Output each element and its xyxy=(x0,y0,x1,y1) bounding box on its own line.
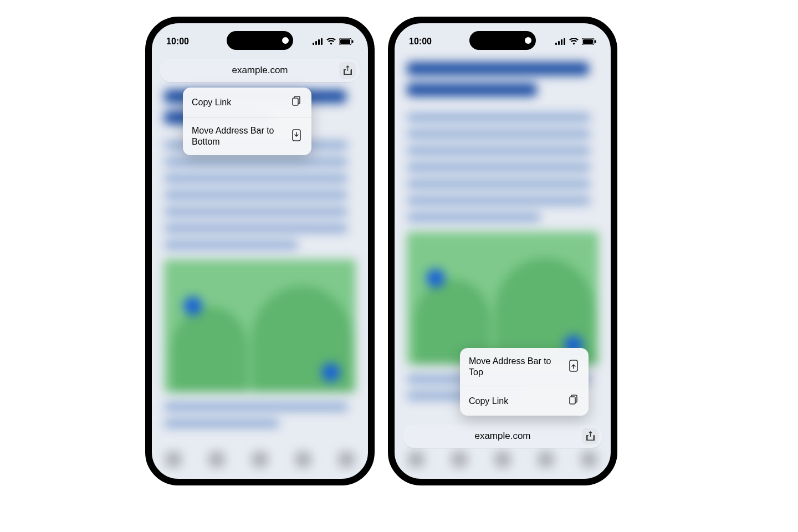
copy-icon xyxy=(567,394,580,408)
menu-item-label: Copy Link xyxy=(192,97,231,108)
menu-item-move-top[interactable]: Move Address Bar to Top xyxy=(460,348,589,386)
status-bar: 10:00 xyxy=(152,33,368,50)
dock-top-icon xyxy=(567,360,580,375)
cellular-icon xyxy=(555,38,566,45)
menu-item-label: Move Address Bar to Bottom xyxy=(192,125,280,147)
menu-item-move-bottom[interactable]: Move Address Bar to Bottom xyxy=(183,117,311,155)
battery-icon xyxy=(339,38,354,45)
status-bar: 10:00 xyxy=(395,33,611,50)
share-button[interactable] xyxy=(582,428,598,444)
context-menu: Copy Link Move Address Bar to Bottom xyxy=(183,88,311,155)
svg-rect-10 xyxy=(555,43,557,45)
svg-rect-16 xyxy=(595,40,596,43)
context-menu: Move Address Bar to Top Copy Link xyxy=(460,348,589,416)
svg-rect-11 xyxy=(558,41,560,45)
menu-item-label: Move Address Bar to Top xyxy=(469,356,557,378)
wifi-icon xyxy=(569,38,579,45)
svg-rect-8 xyxy=(293,98,298,105)
svg-rect-13 xyxy=(564,38,565,45)
status-icons xyxy=(555,38,596,45)
battery-icon xyxy=(582,38,596,45)
status-icons xyxy=(313,38,354,45)
dock-bottom-icon xyxy=(290,129,303,144)
share-icon xyxy=(586,431,595,441)
svg-rect-6 xyxy=(352,40,354,43)
svg-rect-3 xyxy=(321,38,323,45)
phone-mockup-left: 10:00 xyxy=(145,17,375,485)
menu-item-copy-link[interactable]: Copy Link xyxy=(460,386,589,416)
svg-rect-19 xyxy=(570,397,575,404)
status-time: 10:00 xyxy=(166,37,189,47)
svg-rect-0 xyxy=(313,43,314,45)
menu-item-label: Copy Link xyxy=(469,396,508,407)
wifi-icon xyxy=(326,38,336,45)
address-bar-domain: example.com xyxy=(160,65,360,76)
copy-icon xyxy=(290,95,303,109)
svg-rect-15 xyxy=(583,39,593,44)
share-button[interactable] xyxy=(339,62,356,79)
address-bar-domain: example.com xyxy=(402,431,603,442)
address-bar[interactable]: example.com xyxy=(160,59,360,82)
comparison-figure: 10:00 xyxy=(0,0,798,532)
status-time: 10:00 xyxy=(409,37,432,47)
cellular-icon xyxy=(313,38,323,45)
phone-mockup-right: 10:00 example.com xyxy=(388,17,617,485)
svg-rect-2 xyxy=(318,39,320,45)
svg-rect-5 xyxy=(340,39,350,44)
address-bar[interactable]: example.com xyxy=(402,424,603,448)
svg-rect-12 xyxy=(561,39,562,45)
share-icon xyxy=(344,65,352,75)
menu-item-copy-link[interactable]: Copy Link xyxy=(183,88,311,117)
svg-rect-1 xyxy=(315,41,317,45)
